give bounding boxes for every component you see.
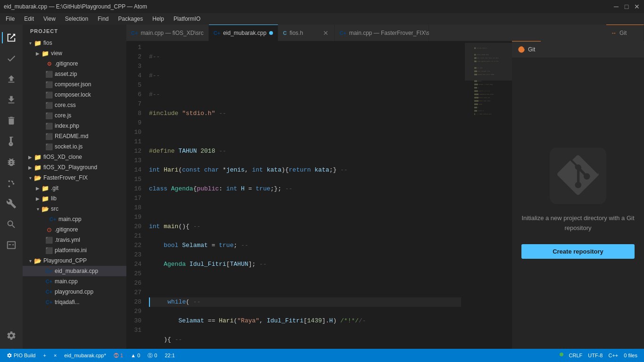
tab-fios-h[interactable]: C fios.h ✕ bbox=[278, 25, 335, 41]
tab-main-fios[interactable]: C+ main.cpp — fiOS_XD\src bbox=[126, 25, 209, 41]
tab-git[interactable]: ↔ Git bbox=[606, 25, 644, 41]
menu-edit[interactable]: Edit bbox=[20, 15, 38, 23]
activity-upload[interactable] bbox=[2, 70, 21, 89]
sidebar-item-playground-cpp[interactable]: ▾ 📂 Playground_CPP bbox=[23, 255, 126, 266]
info-count: ⓪ 0 bbox=[148, 352, 157, 359]
sidebar-item-travis[interactable]: ⬛ .travis.yml bbox=[23, 235, 126, 245]
create-repository-button[interactable]: Create repository bbox=[521, 244, 635, 259]
status-add[interactable]: + bbox=[40, 349, 49, 362]
activity-git-check[interactable] bbox=[2, 49, 21, 68]
git-content: Initialize a new project directory with … bbox=[512, 58, 644, 349]
sidebar-item-triqadafi[interactable]: C+ triqadafi... bbox=[23, 297, 126, 307]
tabs: C+ main.cpp — fiOS_XD\src C+ eid_mubarak… bbox=[126, 25, 644, 41]
build-label: PIO Build bbox=[14, 353, 35, 358]
activity-download[interactable] bbox=[2, 90, 21, 109]
filename-text: eid_mubarak.cpp* bbox=[64, 353, 106, 358]
close-button[interactable]: ✕ bbox=[634, 3, 640, 10]
status-language[interactable]: C++ bbox=[605, 353, 621, 358]
activity-search[interactable] bbox=[2, 215, 21, 234]
sidebar-item-lib[interactable]: ▶ 📁 lib bbox=[23, 193, 126, 204]
css-icon: ⬛ bbox=[45, 101, 53, 109]
tab-label: fios.h bbox=[289, 30, 303, 36]
gitignore-icon: ⊙ bbox=[45, 226, 53, 233]
sidebar-item-main-cpp-ff[interactable]: C+ main.cpp bbox=[23, 214, 126, 224]
menu-selection[interactable]: Selection bbox=[61, 15, 92, 23]
activity-trash[interactable] bbox=[2, 111, 21, 130]
sidebar-item-fios-xd-clone[interactable]: ▶ 📁 fiOS_XD_clone bbox=[23, 152, 126, 162]
status-close[interactable]: × bbox=[51, 349, 59, 362]
cpp-tab-icon: C+ bbox=[214, 30, 220, 36]
statusbar: PIO Build + × eid_mubarak.cpp* ⓵ 1 ▲ 0 ⓪… bbox=[0, 349, 644, 362]
sidebar-item-asset[interactable]: ⬛ asset.zip bbox=[23, 69, 126, 79]
cpp-tab-icon: C+ bbox=[131, 30, 138, 36]
status-right: CRLF UTF-8 C++ 0 files bbox=[557, 353, 640, 358]
tab-eid-mubarak[interactable]: C+ eid_mubarak.cpp bbox=[209, 25, 278, 41]
sidebar-item-playground-cpp2[interactable]: C+ playground.cpp bbox=[23, 287, 126, 297]
activity-explorer[interactable] bbox=[2, 28, 21, 47]
status-errors[interactable]: ⓵ 1 bbox=[111, 349, 126, 362]
menu-file[interactable]: File bbox=[2, 15, 18, 23]
sidebar-item-socketjs[interactable]: ⬛ socket.io.js bbox=[23, 141, 126, 152]
activity-settings[interactable] bbox=[2, 326, 21, 345]
error-count: ⓵ 1 bbox=[114, 353, 123, 358]
menu-find[interactable]: Find bbox=[94, 15, 112, 23]
sidebar-title: Project bbox=[23, 25, 126, 38]
add-icon: + bbox=[43, 353, 46, 358]
sidebar-item-corejs[interactable]: ⬛ core.js bbox=[23, 110, 126, 121]
gitignore-icon: ⊙ bbox=[45, 60, 53, 67]
status-infos[interactable]: ⓪ 0 bbox=[145, 349, 160, 362]
sidebar-item-eid-cpp[interactable]: C+ eid_mubarak.cpp bbox=[23, 266, 126, 276]
status-position[interactable]: 22:1 bbox=[162, 349, 177, 362]
status-crlf[interactable]: CRLF bbox=[566, 353, 586, 358]
sidebar-item-composer-json[interactable]: ⬛ composer.json bbox=[23, 79, 126, 90]
sidebar-item-fios-xd-playground[interactable]: ▶ 📁 fiOS_XD_Playground bbox=[23, 162, 126, 173]
sidebar-item-label: Playground_CPP bbox=[43, 257, 126, 264]
menu-packages[interactable]: Packages bbox=[115, 15, 147, 23]
sidebar-item-indexphp[interactable]: ⬛ index.php bbox=[23, 121, 126, 131]
sidebar-item-src[interactable]: ▾ 📂 src bbox=[23, 204, 126, 214]
sidebar-item-readme[interactable]: ⬛ README.md bbox=[23, 131, 126, 141]
window-controls: ─ □ ✕ bbox=[613, 3, 640, 10]
folder-icon: 📁 bbox=[41, 195, 49, 202]
activity-terminal[interactable] bbox=[2, 236, 21, 255]
zip-icon: ⬛ bbox=[45, 70, 53, 78]
menu-platformio[interactable]: PlatformIO bbox=[170, 15, 204, 23]
folder-icon: 📁 bbox=[34, 164, 41, 171]
sidebar-item-gitignore2[interactable]: ⊙ .gitignore bbox=[23, 224, 126, 235]
git-tab-icon: ↔ bbox=[611, 30, 617, 36]
activity-flask[interactable] bbox=[2, 132, 21, 151]
code-content[interactable]: #-- #-- #-- #include "stdio.h" -- #defin… bbox=[145, 41, 465, 349]
tab-label: main.cpp — FasterFrover_FIX\src bbox=[349, 30, 435, 36]
activity-branch[interactable] bbox=[2, 173, 21, 192]
sidebar-item-label: fios bbox=[43, 40, 126, 46]
encoding-text: UTF-8 bbox=[588, 353, 603, 358]
sidebar-item-git-folder[interactable]: ▶ 📁 .git bbox=[23, 183, 126, 193]
status-build[interactable]: PIO Build bbox=[4, 349, 38, 362]
activity-bug[interactable] bbox=[2, 153, 21, 172]
editor[interactable]: 12345 678910 1112131415 1617181920 21222… bbox=[126, 41, 465, 349]
php-icon: ⬛ bbox=[45, 122, 53, 130]
sidebar-item-label: view bbox=[51, 50, 126, 57]
sidebar-item-gitignore1[interactable]: ⊙ .gitignore bbox=[23, 58, 126, 69]
status-encoding[interactable]: UTF-8 bbox=[585, 353, 605, 358]
status-files: 0 files bbox=[621, 353, 640, 358]
status-warnings[interactable]: ▲ 0 bbox=[128, 349, 143, 362]
sidebar-item-composer-lock[interactable]: ⬛ composer.lock bbox=[23, 90, 126, 100]
tab-main-fasterfrover[interactable]: C+ main.cpp — FasterFrover_FIX\src bbox=[335, 25, 429, 41]
maximize-button[interactable]: □ bbox=[623, 3, 630, 10]
tab-close-button[interactable]: ✕ bbox=[322, 29, 330, 37]
sidebar-item-fios[interactable]: ▾ 📁 fios bbox=[23, 38, 126, 48]
sidebar-item-corecss[interactable]: ⬛ core.css bbox=[23, 100, 126, 110]
minimize-button[interactable]: ─ bbox=[613, 3, 619, 10]
sidebar-item-fasterfrover[interactable]: ▾ 📂 FasterFrover_FIX bbox=[23, 173, 126, 183]
git-tab[interactable]: Git bbox=[512, 41, 541, 58]
menu-help[interactable]: Help bbox=[149, 15, 168, 23]
md-icon: ⬛ bbox=[45, 132, 53, 140]
menu-view[interactable]: View bbox=[40, 15, 59, 23]
sidebar-item-main-cpp-pg[interactable]: C+ main.cpp bbox=[23, 276, 126, 287]
c-tab-icon: C bbox=[283, 30, 287, 36]
git-logo bbox=[550, 148, 606, 204]
sidebar-item-view[interactable]: ▶ 📁 view bbox=[23, 48, 126, 58]
sidebar-item-platformio[interactable]: ⬛ platformio.ini bbox=[23, 245, 126, 255]
activity-tools[interactable] bbox=[2, 194, 21, 213]
